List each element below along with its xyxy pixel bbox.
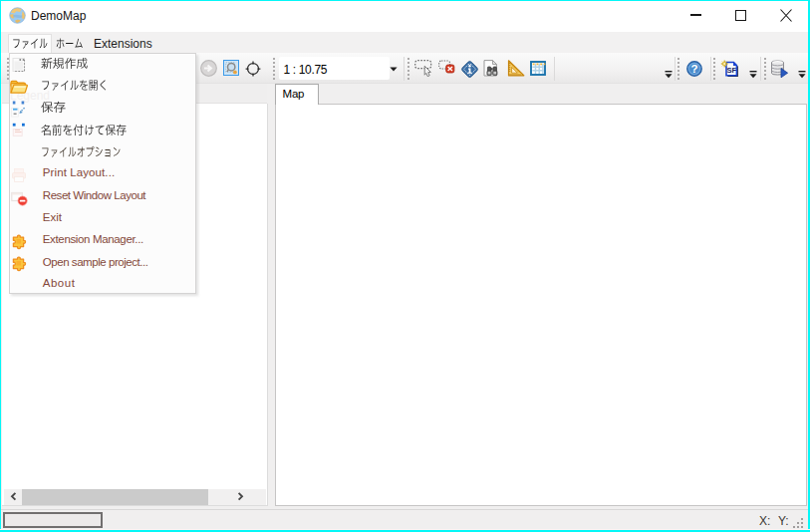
svg-text:?: ? bbox=[690, 63, 697, 75]
svg-text:SF: SF bbox=[726, 66, 736, 75]
